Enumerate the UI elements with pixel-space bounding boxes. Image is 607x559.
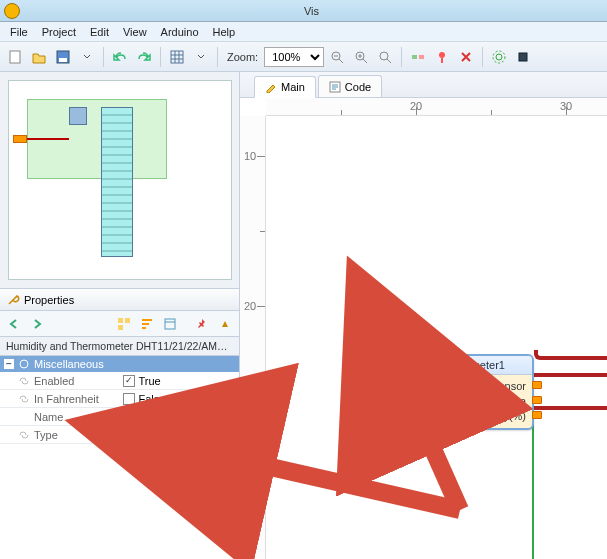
gear-button[interactable] (488, 46, 510, 68)
menu-file[interactable]: File (4, 24, 34, 40)
categorize-button[interactable] (114, 314, 134, 334)
property-row-fahrenheit[interactable]: In Fahrenheit False (0, 390, 239, 408)
menu-edit[interactable]: Edit (84, 24, 115, 40)
minimap-wire (27, 138, 69, 140)
pin-button[interactable] (431, 46, 453, 68)
property-category[interactable]: − Miscellaneous (0, 356, 239, 372)
title-bar: Vis (0, 0, 607, 22)
wire (534, 350, 607, 360)
node-humidity-thermometer[interactable]: HumidityThermometer1 Clock Sensor Temper… (364, 354, 534, 430)
pin-output-humidity[interactable] (532, 411, 542, 419)
minimap-port (13, 135, 27, 143)
zoom-fit-button[interactable] (374, 46, 396, 68)
save-button[interactable] (52, 46, 74, 68)
prop-value: False (139, 393, 166, 405)
chip-button[interactable] (512, 46, 534, 68)
app-icon (4, 3, 20, 19)
redo-button[interactable] (133, 46, 155, 68)
svg-rect-12 (519, 53, 527, 61)
save-dropdown[interactable] (76, 46, 98, 68)
collapse-icon[interactable]: − (4, 359, 14, 369)
properties-panel: Properties Humidity and Thermometer DHT1… (0, 289, 239, 559)
new-button[interactable] (4, 46, 26, 68)
settings-icon[interactable] (215, 314, 235, 334)
undo-button[interactable] (109, 46, 131, 68)
canvas-area: Main Code 20 30 10 20 25 (240, 72, 607, 559)
svg-rect-13 (118, 318, 123, 323)
link-icon (18, 429, 30, 441)
ruler-tick-label: 10 (244, 150, 256, 162)
ruler-vertical: 10 20 25 (240, 116, 266, 559)
separator (103, 47, 104, 67)
pin-label: Sensor (491, 380, 526, 392)
nav-back-button[interactable] (4, 314, 24, 334)
pin-input[interactable] (358, 381, 366, 389)
property-row-type[interactable]: Type DHT22 (0, 426, 239, 444)
prop-key-label: Name (34, 411, 63, 423)
grid-button[interactable] (166, 46, 188, 68)
tab-label: Code (345, 81, 371, 93)
window-title: Vis (20, 5, 603, 17)
pin-output-sensor[interactable] (532, 381, 542, 389)
property-row-enabled[interactable]: Enabled ✓True (0, 372, 239, 390)
ruler-tick-label: 25 (244, 375, 256, 387)
pulse-icon (372, 381, 384, 391)
prop-key-label: Enabled (34, 375, 74, 387)
svg-rect-14 (125, 318, 130, 323)
open-button[interactable] (28, 46, 50, 68)
properties-header: Properties (0, 289, 239, 311)
minimap-block (69, 107, 87, 125)
separator (401, 47, 402, 67)
prop-key-label: Type (34, 429, 58, 441)
code-icon (329, 81, 341, 93)
properties-title: Properties (24, 294, 74, 306)
menu-project[interactable]: Project (36, 24, 82, 40)
pencil-icon (265, 81, 277, 93)
zoom-label: Zoom: (227, 51, 258, 63)
property-row-name[interactable]: Name HumidityThermo... (0, 408, 239, 426)
checkbox-icon[interactable]: ✓ (123, 375, 135, 387)
menu-bar: File Project Edit View Arduino Help (0, 22, 607, 42)
separator (160, 47, 161, 67)
pin-icon[interactable] (192, 314, 212, 334)
sort-button[interactable] (137, 314, 157, 334)
menu-view[interactable]: View (117, 24, 153, 40)
svg-rect-8 (419, 55, 424, 59)
gear-icon (18, 358, 30, 370)
checkbox-icon[interactable] (123, 393, 135, 405)
expand-button[interactable] (160, 314, 180, 334)
minimap-block (101, 107, 133, 257)
connect-button[interactable] (407, 46, 429, 68)
svg-rect-16 (165, 319, 175, 329)
zoom-select[interactable]: 100% (264, 47, 324, 67)
tab-code[interactable]: Code (318, 75, 382, 97)
pin-output-temperature[interactable] (532, 396, 542, 404)
property-description: Humidity and Thermometer DHT11/21/22/AM2… (0, 337, 239, 356)
link-icon (18, 393, 30, 405)
delete-button[interactable] (455, 46, 477, 68)
menu-arduino[interactable]: Arduino (155, 24, 205, 40)
pin-label: Temperature (464, 395, 526, 407)
zoom-out-button[interactable] (326, 46, 348, 68)
link-icon (18, 375, 30, 387)
minimap[interactable] (8, 80, 232, 280)
node-header[interactable]: HumidityThermometer1 (366, 356, 532, 375)
separator (482, 47, 483, 67)
component-icon (372, 358, 386, 372)
separator (217, 47, 218, 67)
toolbar: Zoom: 100% (0, 42, 607, 72)
nav-fwd-button[interactable] (27, 314, 47, 334)
design-canvas[interactable]: HumidityThermometer1 Clock Sensor Temper… (266, 116, 607, 559)
prop-value: DHT22 (123, 429, 158, 441)
menu-help[interactable]: Help (207, 24, 242, 40)
ruler-horizontal: 20 30 (266, 98, 607, 116)
tab-main[interactable]: Main (254, 76, 316, 98)
ruler-tick-label: 20 (244, 300, 256, 312)
grid-dropdown[interactable] (190, 46, 212, 68)
wire (534, 406, 607, 410)
svg-rect-7 (412, 55, 417, 59)
pin-label: Humidity(%) (466, 410, 526, 422)
workspace: Properties Humidity and Thermometer DHT1… (0, 72, 607, 559)
pin-label: Clock (387, 380, 415, 392)
zoom-in-button[interactable] (350, 46, 372, 68)
